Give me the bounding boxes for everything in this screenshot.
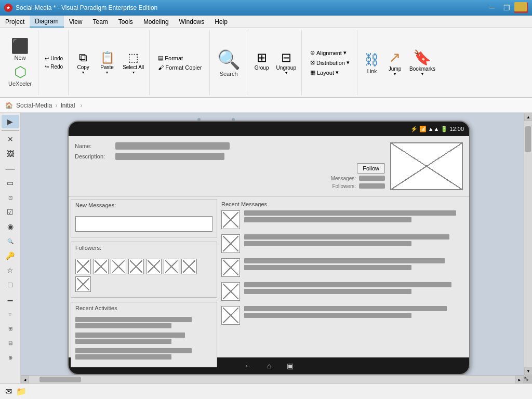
msg-bar1-2 [244, 234, 449, 240]
tool-list[interactable]: ≡ [2, 307, 19, 321]
tool-checkbox[interactable]: ☑ [2, 205, 19, 219]
email-status-icon[interactable]: ✉ [5, 387, 12, 396]
follower-8[interactable] [75, 276, 91, 292]
bookmarks-button[interactable]: 🔖 Bookmarks ▾ [407, 48, 437, 77]
name-value-bar [115, 142, 230, 150]
description-label: Description: [75, 153, 111, 159]
scroll-up-button[interactable]: ▲ [524, 113, 532, 121]
format-copier-button[interactable]: 🖌 Format Copier [155, 63, 205, 72]
scroll-thumb[interactable] [525, 126, 531, 152]
menu-tools[interactable]: Tools [113, 16, 138, 28]
tool-key[interactable]: 🔑 [2, 249, 19, 262]
minimize-button[interactable]: ─ [485, 3, 499, 13]
menu-modeling[interactable]: Modeling [138, 16, 174, 28]
follower-6[interactable] [164, 259, 179, 274]
menu-windows[interactable]: Windows [174, 16, 210, 28]
message-item-1 [221, 210, 467, 229]
menu-team[interactable]: Team [88, 16, 113, 28]
menu-bar: Project Diagram View Team Tools Modeling… [0, 16, 532, 28]
copy-button[interactable]: ⧉ Copy ▾ [73, 50, 94, 76]
breadcrumb-separator: › [55, 102, 57, 109]
apps-nav-icon[interactable]: ▣ [287, 362, 294, 370]
follower-3[interactable] [111, 259, 126, 274]
restore-button[interactable]: ❐ [500, 3, 513, 13]
follow-button[interactable]: Follow [357, 163, 385, 174]
msg-thumb-3 [221, 258, 240, 277]
phone-frame: ⚡ 📶 ▲▲ 🔋 12:00 Name: [68, 121, 470, 375]
link-button[interactable]: ⛓ Link [362, 50, 382, 75]
toolbar-group-navigation: ⛓ Link ↗ Jump ▾ 🔖 Bookmarks ▾ [358, 30, 441, 95]
breadcrumb-parent[interactable]: Social-Media [16, 102, 52, 109]
menu-diagram[interactable]: Diagram [30, 16, 63, 28]
horizontal-scrollbar[interactable]: ◄ ► [21, 375, 524, 383]
phone-status-bar: ⚡ 📶 ▲▲ 🔋 12:00 [69, 122, 469, 136]
undo-redo-container: ↩ Undo ↪ Redo [43, 55, 65, 71]
toolbar-group-search: 🔍 Search [211, 30, 247, 95]
redo-button[interactable]: ↪ Redo [43, 63, 65, 71]
follower-2[interactable] [93, 259, 109, 274]
tool-nav[interactable]: ⊟ [2, 336, 19, 350]
followers-title: Followers: [71, 242, 217, 254]
toolbar-separator [2, 130, 19, 131]
undo-button[interactable]: ↩ Undo [43, 55, 65, 62]
activity-bar-2a [75, 332, 185, 338]
tool-image[interactable]: 🖼 [2, 147, 19, 161]
tool-line[interactable]: — [2, 162, 19, 175]
bluetooth-icon: ⚡ [410, 126, 418, 132]
new-message-input[interactable] [75, 216, 212, 232]
toolbar-group-format: ▤ Format 🖌 Format Copier [151, 30, 209, 95]
tool-star[interactable]: ☆ [2, 263, 19, 277]
follower-5[interactable] [146, 259, 162, 274]
folder-status-icon[interactable]: 📁 [16, 387, 26, 396]
ungroup-button[interactable]: ⊟ Ungroup ▾ [274, 49, 298, 76]
distribution-button[interactable]: ⊠ Distribution ▾ [307, 58, 353, 67]
tool-input[interactable]: ⊡ [2, 191, 19, 204]
group-button[interactable]: ⊞ Group [251, 49, 272, 76]
tool-expand[interactable]: ⊕ [2, 351, 19, 364]
scroll-right-button[interactable]: ► [515, 376, 524, 383]
canvas-area[interactable]: ⚡ 📶 ▲▲ 🔋 12:00 Name: [21, 113, 532, 383]
format-button[interactable]: ▤ Format [155, 54, 205, 62]
tool-table[interactable]: ⊞ [2, 322, 19, 335]
tool-field[interactable]: ▬ [2, 292, 19, 306]
menu-help[interactable]: Help [209, 16, 233, 28]
tool-close[interactable]: ✕ [2, 132, 19, 146]
scroll-left-button[interactable]: ◄ [21, 376, 29, 383]
alignment-icon: ⊜ [310, 49, 315, 56]
follower-7[interactable] [181, 259, 197, 274]
tool-radio[interactable]: ◉ [2, 220, 19, 233]
scroll-down-button[interactable]: ▼ [524, 367, 532, 375]
search-button[interactable]: 🔍 Search [214, 47, 244, 78]
layout-button[interactable]: ▦ Layout ▾ [307, 68, 353, 77]
activity-bar-1a [75, 317, 192, 322]
msg-thumb-5 [221, 306, 240, 325]
tool-search[interactable]: 🔍 [2, 234, 19, 248]
back-nav-icon[interactable]: ← [244, 362, 251, 370]
h-scroll-thumb[interactable] [39, 377, 81, 382]
uexceler-button[interactable]: ⬡ UeXceler [5, 63, 35, 88]
recent-messages-title: Recent Messages [221, 199, 467, 210]
message-item-5 [221, 306, 467, 325]
title-bar: ★ Social-Media * - Visual Paradigm Enter… [0, 0, 532, 16]
alignment-button[interactable]: ⊜ Alignment ▾ [307, 48, 353, 57]
msg-thumb-2 [221, 234, 240, 253]
paste-button[interactable]: 📋 Paste ▾ [97, 50, 117, 76]
jump-button[interactable]: ↗ Jump ▾ [384, 48, 405, 77]
follower-4[interactable] [128, 259, 144, 274]
select-all-button[interactable]: ⬚ Select All ▾ [121, 50, 146, 76]
msg-bar1-5 [244, 306, 447, 311]
tool-square[interactable]: □ [2, 278, 19, 291]
msg-bar1-3 [244, 258, 445, 263]
menu-view[interactable]: View [64, 16, 88, 28]
messages-bar [359, 176, 385, 181]
tool-rect[interactable]: ▭ [2, 176, 19, 190]
follower-1[interactable] [75, 259, 91, 274]
toolbar-group-grouping: ⊞ Group ⊟ Ungroup ▾ [248, 30, 302, 95]
menu-project[interactable]: Project [0, 16, 30, 28]
new-button[interactable]: ⬛ New [8, 37, 33, 62]
home-nav-icon[interactable]: ⌂ [267, 362, 271, 370]
vertical-scrollbar[interactable]: ▲ ▼ [524, 113, 532, 375]
new-messages-content [71, 211, 217, 237]
tool-play[interactable]: ▶ [2, 115, 19, 128]
group-icon: ⊞ [257, 50, 267, 65]
